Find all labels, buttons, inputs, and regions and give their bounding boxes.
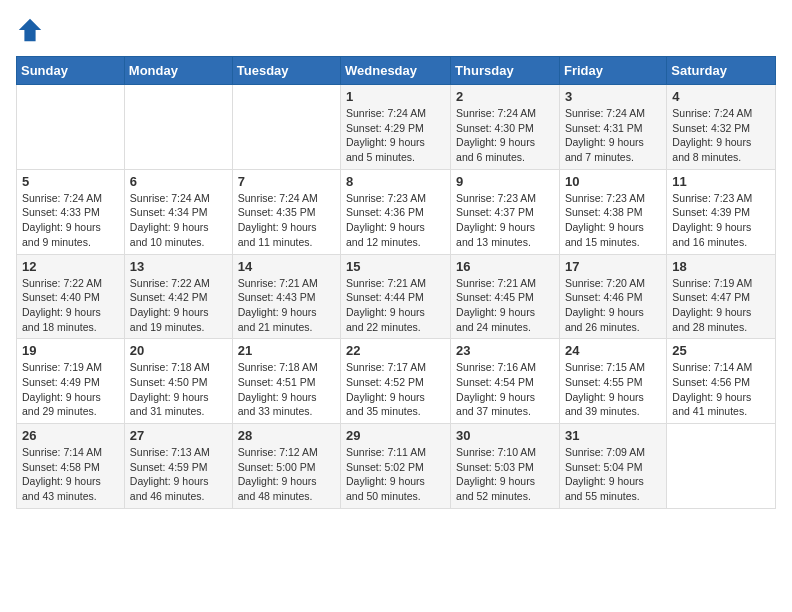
weekday-header: Thursday bbox=[451, 57, 560, 85]
day-number: 10 bbox=[565, 174, 661, 189]
day-info: Sunrise: 7:24 AM Sunset: 4:31 PM Dayligh… bbox=[565, 106, 661, 165]
weekday-header: Friday bbox=[559, 57, 666, 85]
day-number: 5 bbox=[22, 174, 119, 189]
page-header bbox=[16, 16, 776, 44]
day-info: Sunrise: 7:24 AM Sunset: 4:34 PM Dayligh… bbox=[130, 191, 227, 250]
day-info: Sunrise: 7:16 AM Sunset: 4:54 PM Dayligh… bbox=[456, 360, 554, 419]
calendar-cell: 2Sunrise: 7:24 AM Sunset: 4:30 PM Daylig… bbox=[451, 85, 560, 170]
calendar-cell: 27Sunrise: 7:13 AM Sunset: 4:59 PM Dayli… bbox=[124, 424, 232, 509]
day-number: 1 bbox=[346, 89, 445, 104]
logo-icon bbox=[16, 16, 44, 44]
day-number: 27 bbox=[130, 428, 227, 443]
day-info: Sunrise: 7:23 AM Sunset: 4:39 PM Dayligh… bbox=[672, 191, 770, 250]
weekday-header: Saturday bbox=[667, 57, 776, 85]
day-number: 12 bbox=[22, 259, 119, 274]
day-number: 8 bbox=[346, 174, 445, 189]
calendar-cell bbox=[17, 85, 125, 170]
day-info: Sunrise: 7:23 AM Sunset: 4:37 PM Dayligh… bbox=[456, 191, 554, 250]
calendar-week-row: 12Sunrise: 7:22 AM Sunset: 4:40 PM Dayli… bbox=[17, 254, 776, 339]
calendar-cell: 31Sunrise: 7:09 AM Sunset: 5:04 PM Dayli… bbox=[559, 424, 666, 509]
day-number: 17 bbox=[565, 259, 661, 274]
day-number: 30 bbox=[456, 428, 554, 443]
day-number: 9 bbox=[456, 174, 554, 189]
calendar: SundayMondayTuesdayWednesdayThursdayFrid… bbox=[16, 56, 776, 509]
weekday-header: Monday bbox=[124, 57, 232, 85]
day-number: 3 bbox=[565, 89, 661, 104]
calendar-cell bbox=[667, 424, 776, 509]
day-number: 22 bbox=[346, 343, 445, 358]
calendar-cell: 30Sunrise: 7:10 AM Sunset: 5:03 PM Dayli… bbox=[451, 424, 560, 509]
calendar-cell: 17Sunrise: 7:20 AM Sunset: 4:46 PM Dayli… bbox=[559, 254, 666, 339]
day-number: 21 bbox=[238, 343, 335, 358]
calendar-cell: 12Sunrise: 7:22 AM Sunset: 4:40 PM Dayli… bbox=[17, 254, 125, 339]
day-number: 16 bbox=[456, 259, 554, 274]
day-number: 11 bbox=[672, 174, 770, 189]
calendar-cell: 18Sunrise: 7:19 AM Sunset: 4:47 PM Dayli… bbox=[667, 254, 776, 339]
day-number: 7 bbox=[238, 174, 335, 189]
calendar-cell: 20Sunrise: 7:18 AM Sunset: 4:50 PM Dayli… bbox=[124, 339, 232, 424]
calendar-week-row: 19Sunrise: 7:19 AM Sunset: 4:49 PM Dayli… bbox=[17, 339, 776, 424]
svg-marker-0 bbox=[19, 19, 41, 41]
calendar-cell: 9Sunrise: 7:23 AM Sunset: 4:37 PM Daylig… bbox=[451, 169, 560, 254]
day-info: Sunrise: 7:12 AM Sunset: 5:00 PM Dayligh… bbox=[238, 445, 335, 504]
day-number: 24 bbox=[565, 343, 661, 358]
day-number: 13 bbox=[130, 259, 227, 274]
day-info: Sunrise: 7:21 AM Sunset: 4:43 PM Dayligh… bbox=[238, 276, 335, 335]
calendar-cell: 21Sunrise: 7:18 AM Sunset: 4:51 PM Dayli… bbox=[232, 339, 340, 424]
day-number: 25 bbox=[672, 343, 770, 358]
calendar-cell: 6Sunrise: 7:24 AM Sunset: 4:34 PM Daylig… bbox=[124, 169, 232, 254]
day-info: Sunrise: 7:15 AM Sunset: 4:55 PM Dayligh… bbox=[565, 360, 661, 419]
day-info: Sunrise: 7:18 AM Sunset: 4:50 PM Dayligh… bbox=[130, 360, 227, 419]
calendar-cell bbox=[232, 85, 340, 170]
weekday-header: Tuesday bbox=[232, 57, 340, 85]
day-number: 19 bbox=[22, 343, 119, 358]
day-number: 18 bbox=[672, 259, 770, 274]
calendar-cell: 26Sunrise: 7:14 AM Sunset: 4:58 PM Dayli… bbox=[17, 424, 125, 509]
logo bbox=[16, 16, 48, 44]
calendar-cell: 23Sunrise: 7:16 AM Sunset: 4:54 PM Dayli… bbox=[451, 339, 560, 424]
day-info: Sunrise: 7:20 AM Sunset: 4:46 PM Dayligh… bbox=[565, 276, 661, 335]
day-info: Sunrise: 7:24 AM Sunset: 4:32 PM Dayligh… bbox=[672, 106, 770, 165]
calendar-cell: 4Sunrise: 7:24 AM Sunset: 4:32 PM Daylig… bbox=[667, 85, 776, 170]
day-info: Sunrise: 7:21 AM Sunset: 4:45 PM Dayligh… bbox=[456, 276, 554, 335]
day-number: 20 bbox=[130, 343, 227, 358]
day-number: 29 bbox=[346, 428, 445, 443]
calendar-cell: 7Sunrise: 7:24 AM Sunset: 4:35 PM Daylig… bbox=[232, 169, 340, 254]
day-info: Sunrise: 7:19 AM Sunset: 4:49 PM Dayligh… bbox=[22, 360, 119, 419]
day-info: Sunrise: 7:11 AM Sunset: 5:02 PM Dayligh… bbox=[346, 445, 445, 504]
calendar-cell: 10Sunrise: 7:23 AM Sunset: 4:38 PM Dayli… bbox=[559, 169, 666, 254]
day-info: Sunrise: 7:17 AM Sunset: 4:52 PM Dayligh… bbox=[346, 360, 445, 419]
day-info: Sunrise: 7:09 AM Sunset: 5:04 PM Dayligh… bbox=[565, 445, 661, 504]
calendar-cell: 16Sunrise: 7:21 AM Sunset: 4:45 PM Dayli… bbox=[451, 254, 560, 339]
calendar-cell bbox=[124, 85, 232, 170]
calendar-week-row: 1Sunrise: 7:24 AM Sunset: 4:29 PM Daylig… bbox=[17, 85, 776, 170]
calendar-cell: 1Sunrise: 7:24 AM Sunset: 4:29 PM Daylig… bbox=[341, 85, 451, 170]
day-number: 14 bbox=[238, 259, 335, 274]
day-info: Sunrise: 7:14 AM Sunset: 4:56 PM Dayligh… bbox=[672, 360, 770, 419]
day-number: 2 bbox=[456, 89, 554, 104]
day-info: Sunrise: 7:21 AM Sunset: 4:44 PM Dayligh… bbox=[346, 276, 445, 335]
calendar-cell: 19Sunrise: 7:19 AM Sunset: 4:49 PM Dayli… bbox=[17, 339, 125, 424]
day-info: Sunrise: 7:24 AM Sunset: 4:35 PM Dayligh… bbox=[238, 191, 335, 250]
weekday-header: Sunday bbox=[17, 57, 125, 85]
day-info: Sunrise: 7:23 AM Sunset: 4:36 PM Dayligh… bbox=[346, 191, 445, 250]
day-number: 15 bbox=[346, 259, 445, 274]
day-info: Sunrise: 7:18 AM Sunset: 4:51 PM Dayligh… bbox=[238, 360, 335, 419]
day-info: Sunrise: 7:22 AM Sunset: 4:40 PM Dayligh… bbox=[22, 276, 119, 335]
day-number: 28 bbox=[238, 428, 335, 443]
calendar-cell: 11Sunrise: 7:23 AM Sunset: 4:39 PM Dayli… bbox=[667, 169, 776, 254]
day-number: 31 bbox=[565, 428, 661, 443]
calendar-cell: 25Sunrise: 7:14 AM Sunset: 4:56 PM Dayli… bbox=[667, 339, 776, 424]
calendar-cell: 5Sunrise: 7:24 AM Sunset: 4:33 PM Daylig… bbox=[17, 169, 125, 254]
day-info: Sunrise: 7:24 AM Sunset: 4:33 PM Dayligh… bbox=[22, 191, 119, 250]
day-info: Sunrise: 7:13 AM Sunset: 4:59 PM Dayligh… bbox=[130, 445, 227, 504]
calendar-cell: 22Sunrise: 7:17 AM Sunset: 4:52 PM Dayli… bbox=[341, 339, 451, 424]
calendar-cell: 3Sunrise: 7:24 AM Sunset: 4:31 PM Daylig… bbox=[559, 85, 666, 170]
day-info: Sunrise: 7:10 AM Sunset: 5:03 PM Dayligh… bbox=[456, 445, 554, 504]
day-number: 23 bbox=[456, 343, 554, 358]
day-info: Sunrise: 7:23 AM Sunset: 4:38 PM Dayligh… bbox=[565, 191, 661, 250]
day-info: Sunrise: 7:22 AM Sunset: 4:42 PM Dayligh… bbox=[130, 276, 227, 335]
calendar-cell: 28Sunrise: 7:12 AM Sunset: 5:00 PM Dayli… bbox=[232, 424, 340, 509]
calendar-cell: 24Sunrise: 7:15 AM Sunset: 4:55 PM Dayli… bbox=[559, 339, 666, 424]
calendar-cell: 14Sunrise: 7:21 AM Sunset: 4:43 PM Dayli… bbox=[232, 254, 340, 339]
